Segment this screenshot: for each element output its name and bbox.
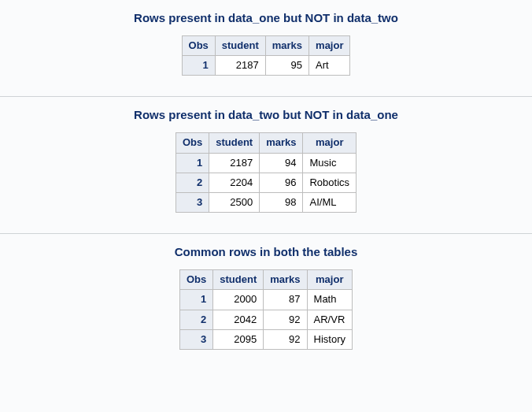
cell-obs: 1 bbox=[179, 290, 212, 310]
cell-student: 2500 bbox=[209, 192, 260, 212]
col-student: student bbox=[209, 133, 260, 153]
cell-marks: 92 bbox=[264, 310, 307, 329]
cell-marks: 98 bbox=[260, 192, 303, 212]
section-title: Rows present in data_one but NOT in data… bbox=[0, 11, 532, 24]
col-major: major bbox=[303, 133, 357, 153]
cell-marks: 95 bbox=[265, 56, 308, 76]
table-header-row: Obs student marks major bbox=[175, 133, 356, 153]
cell-major: Music bbox=[303, 153, 357, 173]
cell-major: Robotics bbox=[303, 173, 357, 192]
col-obs: Obs bbox=[179, 270, 212, 290]
table-row: 2 2204 96 Robotics bbox=[175, 173, 356, 192]
cell-obs: 2 bbox=[175, 173, 209, 192]
cell-obs: 3 bbox=[179, 329, 212, 349]
section-title: Rows present in data_two but NOT in data… bbox=[0, 108, 532, 121]
cell-obs: 1 bbox=[175, 153, 209, 173]
table-header-row: Obs student marks major bbox=[179, 270, 352, 290]
table-row: 3 2500 98 AI/ML bbox=[175, 192, 356, 212]
cell-marks: 96 bbox=[260, 173, 303, 192]
col-student: student bbox=[213, 270, 264, 290]
cell-obs: 3 bbox=[175, 192, 209, 212]
cell-obs: 1 bbox=[182, 56, 215, 76]
col-marks: marks bbox=[264, 270, 307, 290]
cell-obs: 2 bbox=[179, 310, 212, 329]
col-obs: Obs bbox=[175, 133, 209, 153]
section-only-in-data-two: Rows present in data_two but NOT in data… bbox=[0, 97, 532, 233]
col-student: student bbox=[215, 36, 265, 56]
col-major: major bbox=[309, 36, 350, 56]
table-header-row: Obs student marks major bbox=[182, 36, 350, 56]
cell-marks: 92 bbox=[264, 329, 307, 349]
cell-major: History bbox=[307, 329, 352, 349]
cell-student: 2095 bbox=[213, 329, 264, 349]
table-only-in-data-one: Obs student marks major 1 2187 95 Art bbox=[182, 35, 351, 76]
cell-major: AR/VR bbox=[307, 310, 352, 329]
col-major: major bbox=[307, 270, 352, 290]
table-row: 1 2000 87 Math bbox=[179, 290, 352, 310]
cell-marks: 94 bbox=[260, 153, 303, 173]
section-common-rows: Common rows in both the tables Obs stude… bbox=[0, 234, 532, 370]
table-row: 1 2187 95 Art bbox=[182, 56, 350, 76]
col-marks: marks bbox=[265, 36, 308, 56]
cell-student: 2187 bbox=[209, 153, 260, 173]
col-obs: Obs bbox=[182, 36, 215, 56]
cell-student: 2000 bbox=[213, 290, 264, 310]
cell-marks: 87 bbox=[264, 290, 307, 310]
col-marks: marks bbox=[260, 133, 303, 153]
cell-student: 2042 bbox=[213, 310, 264, 329]
table-row: 1 2187 94 Music bbox=[175, 153, 356, 173]
section-only-in-data-one: Rows present in data_one but NOT in data… bbox=[0, 0, 532, 96]
table-row: 2 2042 92 AR/VR bbox=[179, 310, 352, 329]
cell-major: Math bbox=[307, 290, 352, 310]
cell-student: 2187 bbox=[215, 56, 265, 76]
cell-student: 2204 bbox=[209, 173, 260, 192]
section-title: Common rows in both the tables bbox=[0, 245, 532, 258]
table-only-in-data-two: Obs student marks major 1 2187 94 Music … bbox=[175, 132, 357, 213]
cell-major: Art bbox=[309, 56, 350, 76]
table-row: 3 2095 92 History bbox=[179, 329, 352, 349]
table-common-rows: Obs student marks major 1 2000 87 Math 2… bbox=[179, 269, 353, 350]
cell-major: AI/ML bbox=[303, 192, 357, 212]
